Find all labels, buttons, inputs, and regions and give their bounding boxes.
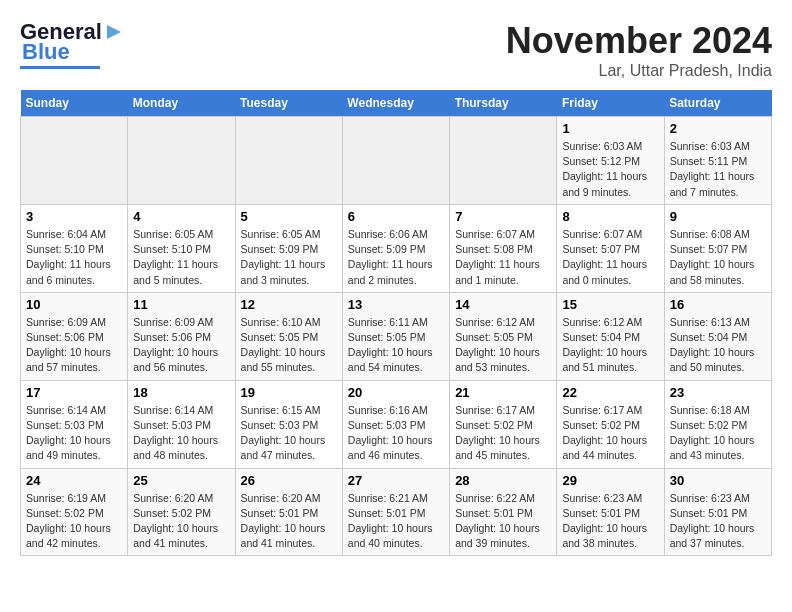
day-number: 10 — [26, 297, 122, 312]
day-info: Sunrise: 6:07 AMSunset: 5:08 PMDaylight:… — [455, 227, 551, 288]
day-info-line: Sunset: 5:06 PM — [133, 330, 229, 345]
calendar-day-cell: 23Sunrise: 6:18 AMSunset: 5:02 PMDayligh… — [664, 380, 771, 468]
day-info-line: Sunrise: 6:08 AM — [670, 227, 766, 242]
weekday-header-cell: Tuesday — [235, 90, 342, 117]
day-info-line: Sunset: 5:03 PM — [133, 418, 229, 433]
logo-blue-text: Blue — [22, 40, 70, 64]
day-info-line: Sunrise: 6:10 AM — [241, 315, 337, 330]
day-info-line: Sunset: 5:02 PM — [455, 418, 551, 433]
calendar-body: 1Sunrise: 6:03 AMSunset: 5:12 PMDaylight… — [21, 117, 772, 556]
day-info-line: Sunrise: 6:20 AM — [133, 491, 229, 506]
day-info-line: Sunset: 5:05 PM — [348, 330, 444, 345]
calendar-day-cell: 5Sunrise: 6:05 AMSunset: 5:09 PMDaylight… — [235, 204, 342, 292]
day-info-line: Sunset: 5:04 PM — [562, 330, 658, 345]
calendar-day-cell: 7Sunrise: 6:07 AMSunset: 5:08 PMDaylight… — [450, 204, 557, 292]
logo-underline — [20, 66, 100, 69]
day-info-line: Daylight: 10 hours and 50 minutes. — [670, 345, 766, 375]
day-info-line: Sunrise: 6:11 AM — [348, 315, 444, 330]
day-info-line: Sunset: 5:07 PM — [562, 242, 658, 257]
day-info: Sunrise: 6:05 AMSunset: 5:09 PMDaylight:… — [241, 227, 337, 288]
day-info-line: Sunset: 5:10 PM — [133, 242, 229, 257]
weekday-header-cell: Monday — [128, 90, 235, 117]
calendar-day-cell: 10Sunrise: 6:09 AMSunset: 5:06 PMDayligh… — [21, 292, 128, 380]
day-info-line: Sunrise: 6:23 AM — [562, 491, 658, 506]
day-info-line: Daylight: 10 hours and 42 minutes. — [26, 521, 122, 551]
calendar-day-cell: 27Sunrise: 6:21 AMSunset: 5:01 PMDayligh… — [342, 468, 449, 556]
day-info-line: Daylight: 10 hours and 41 minutes. — [241, 521, 337, 551]
calendar-table: SundayMondayTuesdayWednesdayThursdayFrid… — [20, 90, 772, 556]
day-info-line: Sunrise: 6:13 AM — [670, 315, 766, 330]
calendar-day-cell — [450, 117, 557, 205]
day-info-line: Daylight: 11 hours and 6 minutes. — [26, 257, 122, 287]
day-number: 6 — [348, 209, 444, 224]
calendar-day-cell: 16Sunrise: 6:13 AMSunset: 5:04 PMDayligh… — [664, 292, 771, 380]
day-info-line: Daylight: 10 hours and 54 minutes. — [348, 345, 444, 375]
day-info-line: Daylight: 11 hours and 2 minutes. — [348, 257, 444, 287]
day-info-line: Sunset: 5:02 PM — [562, 418, 658, 433]
day-info-line: Sunrise: 6:12 AM — [455, 315, 551, 330]
day-info-line: Sunset: 5:04 PM — [670, 330, 766, 345]
day-info: Sunrise: 6:03 AMSunset: 5:12 PMDaylight:… — [562, 139, 658, 200]
logo: General Blue — [20, 20, 125, 69]
day-info-line: Daylight: 10 hours and 39 minutes. — [455, 521, 551, 551]
day-info-line: Sunset: 5:11 PM — [670, 154, 766, 169]
day-info-line: Sunrise: 6:05 AM — [241, 227, 337, 242]
calendar-day-cell: 2Sunrise: 6:03 AMSunset: 5:11 PMDaylight… — [664, 117, 771, 205]
day-info-line: Daylight: 10 hours and 56 minutes. — [133, 345, 229, 375]
logo-arrow-icon — [103, 21, 125, 43]
day-info: Sunrise: 6:12 AMSunset: 5:05 PMDaylight:… — [455, 315, 551, 376]
day-info: Sunrise: 6:18 AMSunset: 5:02 PMDaylight:… — [670, 403, 766, 464]
day-info-line: Sunset: 5:01 PM — [670, 506, 766, 521]
day-info: Sunrise: 6:04 AMSunset: 5:10 PMDaylight:… — [26, 227, 122, 288]
day-number: 4 — [133, 209, 229, 224]
day-info-line: Daylight: 10 hours and 38 minutes. — [562, 521, 658, 551]
day-number: 23 — [670, 385, 766, 400]
day-info-line: Daylight: 10 hours and 58 minutes. — [670, 257, 766, 287]
calendar-day-cell: 9Sunrise: 6:08 AMSunset: 5:07 PMDaylight… — [664, 204, 771, 292]
day-info: Sunrise: 6:17 AMSunset: 5:02 PMDaylight:… — [562, 403, 658, 464]
calendar-day-cell: 15Sunrise: 6:12 AMSunset: 5:04 PMDayligh… — [557, 292, 664, 380]
day-info: Sunrise: 6:23 AMSunset: 5:01 PMDaylight:… — [670, 491, 766, 552]
day-info-line: Sunset: 5:05 PM — [455, 330, 551, 345]
calendar-day-cell: 24Sunrise: 6:19 AMSunset: 5:02 PMDayligh… — [21, 468, 128, 556]
calendar-day-cell — [21, 117, 128, 205]
day-info-line: Daylight: 11 hours and 7 minutes. — [670, 169, 766, 199]
calendar-day-cell: 22Sunrise: 6:17 AMSunset: 5:02 PMDayligh… — [557, 380, 664, 468]
day-info-line: Daylight: 11 hours and 5 minutes. — [133, 257, 229, 287]
day-number: 18 — [133, 385, 229, 400]
calendar-day-cell: 20Sunrise: 6:16 AMSunset: 5:03 PMDayligh… — [342, 380, 449, 468]
month-title: November 2024 — [506, 20, 772, 62]
day-info: Sunrise: 6:09 AMSunset: 5:06 PMDaylight:… — [26, 315, 122, 376]
day-info-line: Daylight: 10 hours and 44 minutes. — [562, 433, 658, 463]
day-info-line: Sunset: 5:01 PM — [455, 506, 551, 521]
day-info-line: Sunrise: 6:14 AM — [133, 403, 229, 418]
calendar-day-cell — [235, 117, 342, 205]
svg-marker-0 — [107, 25, 121, 39]
calendar-day-cell: 18Sunrise: 6:14 AMSunset: 5:03 PMDayligh… — [128, 380, 235, 468]
day-info-line: Sunrise: 6:22 AM — [455, 491, 551, 506]
calendar-day-cell: 21Sunrise: 6:17 AMSunset: 5:02 PMDayligh… — [450, 380, 557, 468]
day-number: 14 — [455, 297, 551, 312]
day-info: Sunrise: 6:17 AMSunset: 5:02 PMDaylight:… — [455, 403, 551, 464]
day-info-line: Sunset: 5:03 PM — [26, 418, 122, 433]
day-info: Sunrise: 6:14 AMSunset: 5:03 PMDaylight:… — [133, 403, 229, 464]
day-info-line: Sunrise: 6:06 AM — [348, 227, 444, 242]
calendar-day-cell: 1Sunrise: 6:03 AMSunset: 5:12 PMDaylight… — [557, 117, 664, 205]
calendar-day-cell — [342, 117, 449, 205]
calendar-day-cell: 29Sunrise: 6:23 AMSunset: 5:01 PMDayligh… — [557, 468, 664, 556]
weekday-header-cell: Thursday — [450, 90, 557, 117]
weekday-header-cell: Saturday — [664, 90, 771, 117]
day-info-line: Sunset: 5:02 PM — [670, 418, 766, 433]
day-info-line: Sunset: 5:05 PM — [241, 330, 337, 345]
day-info: Sunrise: 6:22 AMSunset: 5:01 PMDaylight:… — [455, 491, 551, 552]
day-info-line: Daylight: 11 hours and 9 minutes. — [562, 169, 658, 199]
day-info-line: Sunrise: 6:09 AM — [133, 315, 229, 330]
day-info-line: Daylight: 10 hours and 37 minutes. — [670, 521, 766, 551]
weekday-header-row: SundayMondayTuesdayWednesdayThursdayFrid… — [21, 90, 772, 117]
day-info: Sunrise: 6:23 AMSunset: 5:01 PMDaylight:… — [562, 491, 658, 552]
day-info-line: Sunset: 5:09 PM — [241, 242, 337, 257]
day-number: 17 — [26, 385, 122, 400]
calendar-day-cell: 13Sunrise: 6:11 AMSunset: 5:05 PMDayligh… — [342, 292, 449, 380]
day-info: Sunrise: 6:16 AMSunset: 5:03 PMDaylight:… — [348, 403, 444, 464]
day-info-line: Sunset: 5:09 PM — [348, 242, 444, 257]
